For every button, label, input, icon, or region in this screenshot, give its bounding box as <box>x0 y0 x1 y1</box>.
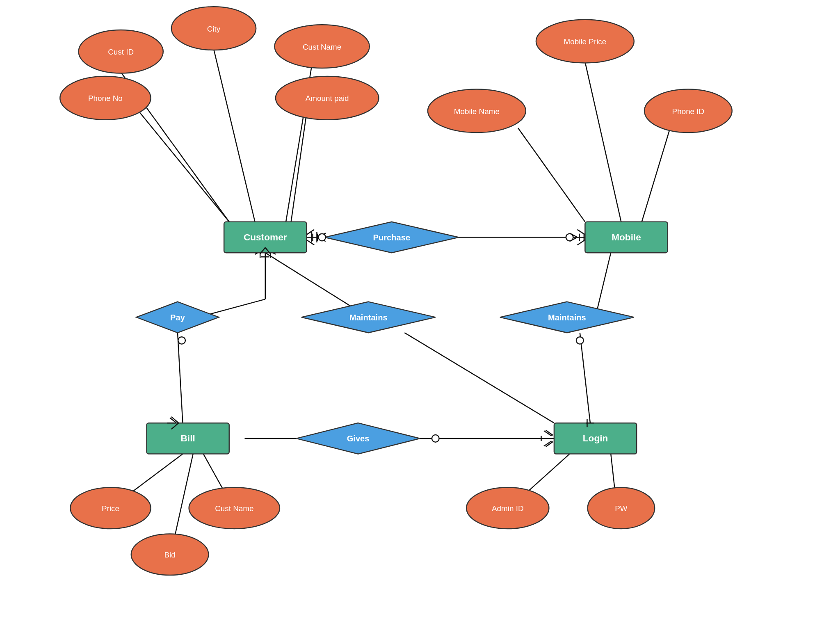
svg-point-40 <box>432 435 439 442</box>
rel-pay-label: Pay <box>170 313 185 322</box>
line-mobilename-mobile <box>518 128 585 222</box>
svg-point-26 <box>566 234 573 241</box>
attr-pw-label: PW <box>615 504 628 513</box>
line-city-customer <box>214 49 255 222</box>
line-phoneno-customer <box>136 108 229 222</box>
attr-mobilename-label: Mobile Name <box>454 107 500 116</box>
attr-mobileprice-label: Mobile Price <box>564 37 607 46</box>
line-mobile-maintains <box>596 253 611 317</box>
attr-phoneid-label: Phone ID <box>672 107 705 116</box>
line-mobileprice-mobile <box>585 62 621 222</box>
attr-bid-label: Bid <box>164 550 175 559</box>
line-pay-bill <box>178 333 183 423</box>
svg-point-33 <box>178 337 185 344</box>
attr-custname-label: Cust Name <box>303 43 341 51</box>
rel-gives-label: Gives <box>347 434 370 443</box>
attr-custid-label: Cust ID <box>108 48 134 56</box>
line-maintains-login <box>404 333 554 423</box>
line-amountpaid-customer <box>291 114 307 222</box>
er-diagram: Customer Mobile Bill Login Cust ID City … <box>0 0 840 619</box>
attr-city-label: City <box>207 25 221 33</box>
line-maintains-right-login <box>580 333 590 423</box>
attr-adminid-label: Admin ID <box>492 504 524 513</box>
entity-bill-label: Bill <box>181 433 195 443</box>
attr-custname2-label: Cust Name <box>215 504 253 513</box>
rel-maintains-left-label: Maintains <box>349 313 388 322</box>
line-phoneid-mobile <box>642 128 670 222</box>
entity-mobile-label: Mobile <box>612 232 641 242</box>
attr-phoneno-label: Phone No <box>88 94 123 103</box>
rel-maintains-right-label: Maintains <box>548 313 586 322</box>
svg-point-34 <box>576 337 584 344</box>
attr-price-label: Price <box>102 504 119 513</box>
entity-customer-label: Customer <box>244 232 287 242</box>
entity-login-label: Login <box>583 433 608 443</box>
attr-amountpaid-label: Amount paid <box>306 94 349 103</box>
line-bill-bid <box>172 454 193 547</box>
rel-purchase-label: Purchase <box>373 233 411 242</box>
svg-point-21 <box>318 234 326 241</box>
